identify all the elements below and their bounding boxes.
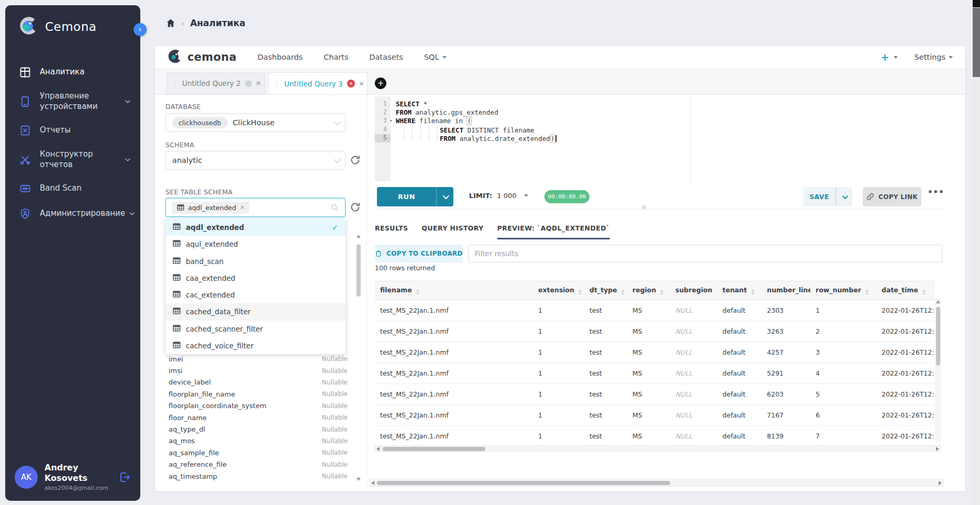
run-options-button[interactable]	[437, 187, 453, 206]
save-label[interactable]: SAVE	[803, 187, 836, 206]
column-header-subregion[interactable]: subregion	[670, 281, 717, 300]
scrollbar-thumb[interactable]	[383, 447, 485, 451]
column-header-label: extension	[538, 286, 574, 294]
sidebar-item-analytics[interactable]: Аналитика	[5, 60, 140, 85]
sort-icon[interactable]	[922, 290, 926, 295]
save-button[interactable]: SAVE	[803, 187, 852, 206]
column-header-filename[interactable]: filename	[375, 281, 533, 300]
pane-horizontal-scrollbar[interactable]	[370, 479, 943, 487]
sort-icon[interactable]	[865, 290, 868, 295]
nav-sql-menu[interactable]: SQL	[424, 53, 447, 61]
scroll-left-icon[interactable]	[371, 481, 374, 485]
remove-table-icon[interactable]: ✕	[240, 204, 244, 211]
results-tab-2[interactable]: PREVIEW: `AQDL_EXTENDED`	[497, 224, 610, 239]
scrollbar-thumb[interactable]	[936, 307, 940, 366]
sort-icon[interactable]	[717, 290, 717, 295]
sidebar-item-administration[interactable]: Администрирование	[5, 201, 140, 226]
page-scrollbar[interactable]	[973, 0, 980, 505]
column-header-date_time[interactable]: date_time	[876, 281, 934, 300]
dropdown-item[interactable]: cached_voice_filter	[165, 337, 346, 354]
logout-icon[interactable]	[118, 471, 131, 484]
refresh-schema-icon[interactable]	[350, 155, 361, 166]
pane-divider	[375, 209, 942, 210]
column-header-row_number[interactable]: row_number	[810, 281, 876, 300]
sort-icon[interactable]	[660, 290, 663, 295]
drag-handle-icon[interactable]: ⋮	[171, 80, 178, 87]
scroll-up-icon[interactable]	[357, 235, 361, 238]
scrollbar-thumb[interactable]	[973, 8, 980, 77]
sort-icon[interactable]	[621, 290, 625, 295]
copy-to-clipboard-button[interactable]: COPY TO CLIPBOARD	[375, 245, 463, 262]
drag-handle-icon[interactable]: ⋮	[273, 80, 280, 87]
column-header-dt_type[interactable]: dt_type	[584, 281, 627, 300]
table-cell: 2022-01-26T12:0	[876, 405, 934, 426]
table-horizontal-scrollbar[interactable]	[375, 445, 941, 452]
scroll-right-icon[interactable]	[936, 447, 939, 451]
sort-icon[interactable]	[416, 290, 419, 295]
dropdown-item[interactable]: cached_scanner_filter	[165, 321, 346, 337]
home-icon[interactable]	[165, 18, 176, 28]
dropdown-item[interactable]: cac_extended	[165, 287, 346, 303]
filter-results-input[interactable]	[468, 245, 942, 262]
close-icon[interactable]: ✕	[256, 80, 261, 87]
table-cell: test_MS_22Jan.1.nmf	[375, 342, 533, 363]
dropdown-item[interactable]: aqdl_extended✓	[165, 219, 346, 236]
dropdown-item[interactable]: cached_data_filter	[165, 303, 346, 320]
sql-editor[interactable]: 123▾45 SELECT *FROM analytic.gps_extende…	[375, 96, 939, 181]
settings-menu[interactable]: Settings	[915, 53, 953, 61]
copy-link-button[interactable]: COPY LINK	[863, 187, 921, 206]
table-icon	[173, 308, 181, 316]
table-select[interactable]: aqdl_extended ✕	[165, 198, 346, 217]
close-icon[interactable]: ✕	[359, 80, 364, 87]
nav-datasets[interactable]: Datasets	[370, 53, 403, 61]
column-header-extension[interactable]: extension	[533, 281, 584, 300]
pane-resize-handle[interactable]: ≡	[642, 204, 647, 211]
scroll-right-icon[interactable]	[939, 481, 942, 485]
limit-control[interactable]: LIMIT: 1 000	[469, 192, 528, 200]
sidebar-collapse-button[interactable]: ‹	[133, 23, 147, 36]
query-tab-untitled-2[interactable]: ⋮ Untitled Query 2 ✕	[166, 72, 265, 94]
scrollbar-thumb[interactable]	[377, 481, 670, 485]
editor-code[interactable]: SELECT *FROM analytic.gps_extendedWHERE …	[391, 100, 939, 142]
dropdown-item[interactable]: band_scan	[165, 253, 346, 270]
sql-text: )	[550, 134, 555, 143]
sidebar-item-report-builder[interactable]: Конструктор отчетов	[5, 143, 140, 176]
sort-icon[interactable]	[578, 290, 582, 295]
new-item-button[interactable]: +	[881, 51, 889, 63]
sidebar-item-device-management[interactable]: Управление устройствами	[5, 85, 140, 118]
breadcrumb-current[interactable]: Аналитика	[190, 18, 246, 28]
table-row: test_MS_22Jan.1.nmf1testMSNULLdefault716…	[375, 405, 934, 426]
database-select[interactable]: clickhousedb ClickHouse	[165, 113, 346, 132]
schema-select[interactable]: analytic	[165, 151, 346, 170]
breadcrumb: › Аналитика	[165, 18, 246, 28]
table-vertical-scrollbar[interactable]	[935, 299, 941, 442]
nav-dashboards[interactable]: Dashboards	[258, 53, 303, 61]
new-query-tab-button[interactable]: +	[375, 78, 386, 89]
scroll-left-icon[interactable]	[376, 447, 380, 451]
dropdown-item[interactable]: caa_extended	[165, 270, 346, 287]
panel-scrollbar[interactable]	[356, 234, 361, 485]
sort-icon[interactable]	[751, 290, 754, 295]
sidebar-item-reports[interactable]: Отчеты	[5, 118, 140, 143]
column-header-number_line[interactable]: number_line	[762, 281, 810, 300]
column-header-region[interactable]: region	[627, 281, 670, 300]
more-options-button[interactable]: •••	[928, 188, 944, 197]
results-tab-0[interactable]: RESULTS	[375, 224, 408, 239]
nav-charts[interactable]: Charts	[324, 53, 348, 61]
scrollbar-thumb[interactable]	[357, 244, 361, 297]
refresh-tables-icon[interactable]	[350, 202, 361, 213]
chevron-down-icon[interactable]	[894, 56, 898, 59]
dropdown-item[interactable]: aqul_extended	[165, 236, 346, 252]
run-label[interactable]: RUN	[377, 187, 437, 206]
save-options-button[interactable]	[836, 187, 852, 206]
chevron-down-icon[interactable]	[524, 194, 528, 197]
run-button[interactable]: RUN	[377, 187, 453, 206]
sidebar-item-band-scan[interactable]: Band Scan	[5, 176, 140, 201]
column-header-tenant[interactable]: tenant	[717, 281, 762, 300]
scroll-up-icon[interactable]	[936, 300, 940, 303]
results-tab-1[interactable]: QUERY HISTORY	[422, 224, 484, 239]
scroll-down-icon[interactable]	[357, 478, 361, 481]
app-logo[interactable]: cemona	[168, 49, 237, 66]
limit-value[interactable]: 1 000	[497, 192, 516, 200]
query-tab-untitled-3[interactable]: ⋮ Untitled Query 3 ✕	[269, 72, 368, 94]
